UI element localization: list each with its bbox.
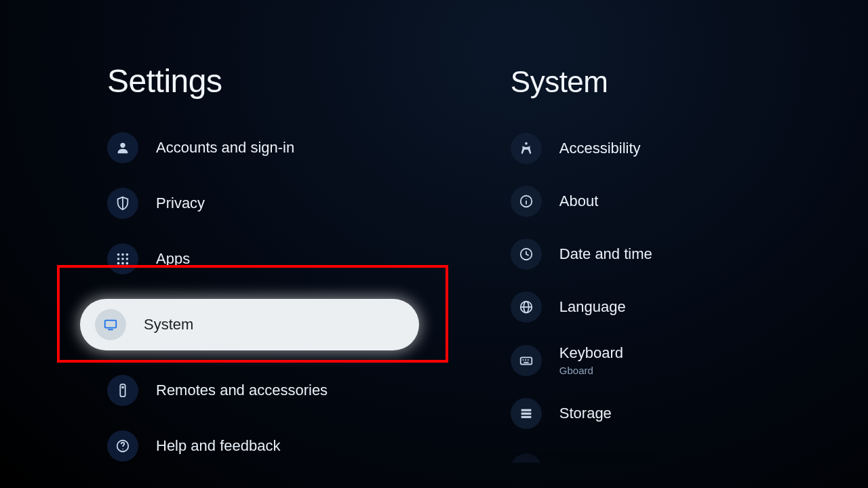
svg-rect-30 [521, 413, 531, 415]
svg-point-3 [126, 253, 129, 256]
svg-rect-10 [105, 321, 117, 328]
submenu-item-storage[interactable]: Storage [511, 398, 868, 429]
submenu-item-accessibility[interactable]: Accessibility [511, 133, 868, 164]
menu-label: Accounts and sign-in [156, 139, 294, 157]
system-submenu: Accessibility About Date and time Langua… [511, 133, 868, 485]
menu-label: Accessibility [559, 140, 641, 157]
svg-point-1 [117, 253, 120, 256]
svg-point-6 [126, 258, 129, 260]
svg-point-7 [117, 262, 120, 265]
svg-point-19 [526, 198, 526, 199]
system-panel: System Accessibility About Date and time [486, 0, 868, 488]
menu-label: Remotes and accessories [156, 382, 328, 399]
remote-icon [107, 375, 138, 406]
apps-grid-icon [107, 243, 138, 274]
menu-label: Storage [559, 405, 612, 422]
keyboard-icon [511, 345, 542, 376]
settings-panel: Settings Accounts and sign-in Privacy [0, 0, 486, 488]
svg-rect-25 [522, 359, 524, 361]
submenu-item-datetime[interactable]: Date and time [511, 239, 868, 270]
menu-label: Ambient mode [559, 460, 656, 478]
menu-item-privacy[interactable]: Privacy [107, 188, 486, 219]
storage-icon [511, 398, 542, 429]
menu-item-accounts[interactable]: Accounts and sign-in [107, 132, 486, 163]
clock-icon [511, 239, 542, 270]
menu-sublabel: Gboard [559, 365, 623, 376]
help-icon [107, 430, 138, 462]
svg-point-8 [121, 262, 124, 265]
menu-label: About [559, 192, 599, 210]
menu-label: System [144, 316, 193, 333]
menu-item-system[interactable]: System [80, 299, 419, 350]
menu-label-group: Keyboard Gboard [559, 344, 623, 376]
svg-rect-26 [525, 359, 526, 361]
submenu-item-language[interactable]: Language [511, 291, 868, 323]
menu-item-remotes[interactable]: Remotes and accessories [107, 375, 486, 406]
menu-label: Keyboard [559, 344, 623, 362]
svg-point-0 [120, 143, 125, 148]
svg-point-4 [117, 258, 120, 260]
info-icon [511, 186, 542, 217]
shield-icon [107, 188, 138, 219]
svg-rect-28 [524, 361, 528, 363]
svg-rect-29 [521, 409, 531, 411]
menu-item-apps[interactable]: Apps [107, 243, 486, 274]
svg-point-13 [122, 387, 123, 388]
svg-point-2 [121, 253, 124, 256]
svg-rect-27 [528, 359, 529, 361]
svg-rect-24 [521, 357, 532, 364]
submenu-item-about[interactable]: About [511, 186, 868, 217]
svg-rect-32 [521, 465, 531, 472]
page-title-system: System [511, 65, 868, 99]
svg-point-16 [525, 142, 528, 145]
svg-point-15 [122, 449, 123, 449]
svg-point-5 [121, 258, 124, 260]
account-icon [107, 132, 138, 163]
submenu-item-keyboard[interactable]: Keyboard Gboard [511, 344, 868, 376]
menu-label: Apps [156, 250, 190, 268]
menu-label: Help and feedback [156, 437, 280, 455]
menu-label: Privacy [156, 195, 205, 212]
svg-rect-31 [521, 416, 531, 418]
tv-icon [95, 309, 126, 340]
submenu-item-ambient[interactable]: Ambient mode [511, 453, 868, 485]
globe-icon [511, 291, 542, 323]
menu-label: Language [559, 298, 626, 316]
svg-rect-12 [120, 384, 125, 396]
menu-label: Date and time [559, 245, 652, 263]
accessibility-icon [511, 133, 542, 164]
ambient-icon [511, 453, 542, 485]
menu-item-help[interactable]: Help and feedback [107, 430, 486, 462]
settings-menu: Accounts and sign-in Privacy Apps [107, 132, 486, 462]
page-title-settings: Settings [107, 62, 486, 100]
svg-point-9 [126, 262, 129, 265]
